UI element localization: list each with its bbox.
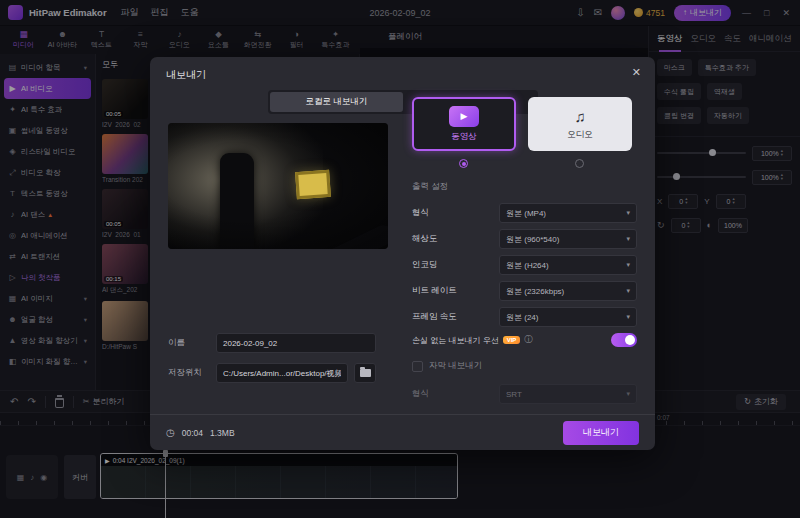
- subtitle-checkbox[interactable]: [412, 361, 423, 372]
- chevron-down-icon: ▾: [626, 313, 630, 321]
- info-icon[interactable]: ⓘ: [524, 334, 533, 346]
- video-output-card[interactable]: ▶ 동영상: [412, 97, 516, 151]
- wall-picture: [295, 170, 331, 199]
- framerate-dropdown[interactable]: 원본 (24) ▾: [499, 307, 637, 327]
- chevron-down-icon: ▾: [626, 287, 630, 295]
- clock-icon: ◷: [166, 427, 175, 438]
- close-icon[interactable]: ✕: [632, 66, 641, 79]
- encoder-row: 인코딩 원본 (H264) ▾: [412, 255, 637, 275]
- audio-output-card[interactable]: ♫ 오디오: [528, 97, 632, 151]
- chevron-down-icon: ▾: [626, 209, 630, 217]
- audio-radio[interactable]: [575, 159, 584, 168]
- save-location-label: 저장위치: [168, 367, 210, 379]
- save-location-input[interactable]: [216, 363, 348, 383]
- export-video-preview: [168, 123, 388, 249]
- vip-badge: VIP: [503, 336, 521, 344]
- tab-export-local[interactable]: 로컬로 내보내기: [270, 92, 403, 112]
- encoder-dropdown[interactable]: 원본 (H264) ▾: [499, 255, 637, 275]
- lossless-row: 손실 없는 내보내기 우선 VIP ⓘ: [412, 333, 637, 347]
- resolution-dropdown[interactable]: 원본 (960*540) ▾: [499, 229, 637, 249]
- chevron-down-icon: ▾: [626, 390, 630, 398]
- toggle-knob: [625, 335, 635, 345]
- filename-input[interactable]: [216, 333, 376, 353]
- format-dropdown[interactable]: 원본 (MP4) ▾: [499, 203, 637, 223]
- format-row: 형식 원본 (MP4) ▾: [412, 203, 637, 223]
- export-filesize: 1.3MB: [210, 428, 235, 438]
- dialog-footer: ◷ 00:04 1.3MB 내보내기: [150, 414, 655, 450]
- subtitle-format-dropdown: SRT ▾: [499, 384, 637, 404]
- filename-label: 이름: [168, 337, 210, 349]
- framerate-row: 프레임 속도 원본 (24) ▾: [412, 307, 637, 327]
- bitrate-dropdown[interactable]: 원본 (2326kbps) ▾: [499, 281, 637, 301]
- folder-icon: [360, 369, 371, 377]
- export-duration: 00:04: [182, 428, 203, 438]
- filename-row: 이름: [168, 333, 376, 353]
- resolution-row: 해상도 원본 (960*540) ▾: [412, 229, 637, 249]
- export-dialog: 내보내기 ✕ 로컬로 내보내기 소셜 미디어에 게시 이름 저장위치 ▶: [150, 57, 655, 450]
- dialog-title: 내보내기: [166, 68, 206, 82]
- save-location-row: 저장위치: [168, 363, 376, 383]
- video-play-icon: ▶: [449, 106, 479, 127]
- bitrate-row: 비트 레이트 원본 (2326kbps) ▾: [412, 281, 637, 301]
- music-note-icon: ♫: [565, 107, 595, 125]
- output-settings-title: 출력 설정: [412, 181, 448, 193]
- microphone: [321, 222, 388, 249]
- lossless-toggle[interactable]: [611, 333, 637, 347]
- chevron-down-icon: ▾: [626, 261, 630, 269]
- flashlight-beam: [168, 123, 323, 249]
- browse-folder-button[interactable]: [354, 363, 376, 383]
- export-button[interactable]: 내보내기: [563, 421, 639, 445]
- video-radio[interactable]: [459, 159, 468, 168]
- subtitle-export-row: 자막 내보내기: [412, 360, 482, 372]
- person-silhouette: [220, 153, 254, 249]
- subtitle-format-row: 형식 SRT ▾: [412, 384, 637, 404]
- chevron-down-icon: ▾: [626, 235, 630, 243]
- app-window: HitPaw Edimakor 파일 편집 도움 2026-02-09_02 ⇩…: [0, 0, 800, 518]
